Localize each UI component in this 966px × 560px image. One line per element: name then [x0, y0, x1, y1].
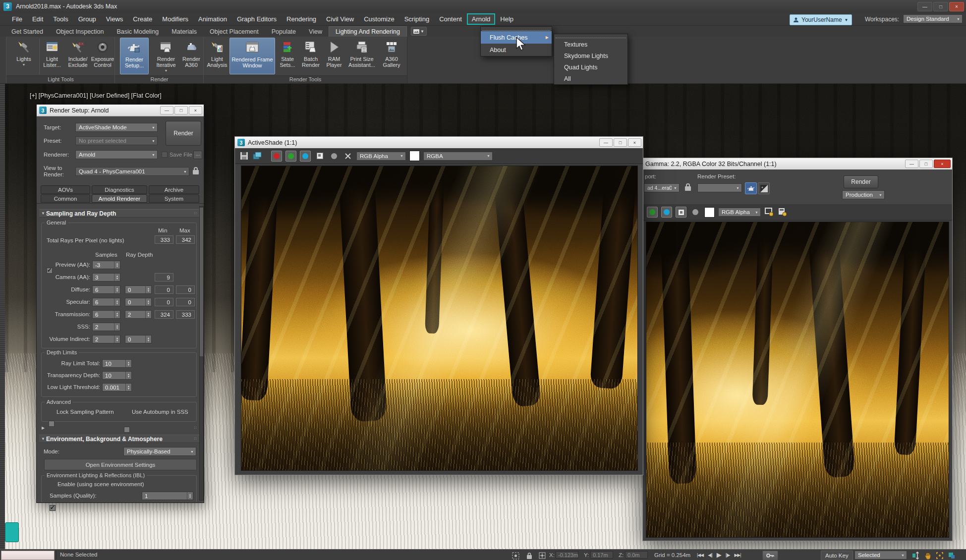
transmission-samples-spinner[interactable]: 6▲▼: [92, 310, 120, 319]
view-to-render-select[interactable]: Quad 4 - PhysCamera001▼: [75, 167, 189, 176]
ribbon-tab-object-inspection[interactable]: Object Inspection: [50, 27, 111, 37]
menu-tearoff-strip[interactable]: [482, 28, 550, 31]
ribbon-tab-basic-modeling[interactable]: Basic Modeling: [111, 27, 166, 37]
minimize-icon[interactable]: —: [917, 2, 932, 11]
maximize-icon[interactable]: □: [933, 2, 948, 11]
submenu-item-all[interactable]: All: [554, 73, 627, 84]
menu-arnold[interactable]: Arnold: [467, 13, 496, 25]
transmission-depth-spinner[interactable]: 2▲▼: [125, 310, 152, 319]
zoom-icon[interactable]: [911, 551, 921, 560]
autobump-checkbox[interactable]: [124, 427, 130, 433]
monochrome-button[interactable]: [690, 207, 701, 218]
menu-scripting[interactable]: Scripting: [399, 13, 435, 25]
save-image-icon[interactable]: [778, 207, 788, 217]
ribbon-tab-lighting-rendering[interactable]: Lighting And Rendering: [329, 26, 407, 37]
volume-indirect-depth-spinner[interactable]: 0▲▼: [125, 335, 152, 343]
menu-tearoff-strip[interactable]: [556, 35, 626, 38]
isolate-selection-icon[interactable]: [511, 551, 520, 560]
go-to-end-button[interactable]: ▶▶|: [734, 553, 740, 558]
ribbon-display-toggle[interactable]: ▼: [411, 27, 427, 36]
clone-window-icon[interactable]: [764, 207, 774, 217]
low-light-threshold-spinner[interactable]: 0.001▲▼: [102, 383, 132, 392]
menu-rendering[interactable]: Rendering: [282, 13, 321, 25]
render-setup-button[interactable]: Render Setup...: [120, 38, 149, 74]
render-preset-select[interactable]: ▼: [697, 183, 742, 192]
menu-views[interactable]: Views: [101, 13, 128, 25]
play-button[interactable]: ▶: [717, 551, 721, 559]
specular-depth-spinner[interactable]: 0▲▼: [125, 298, 152, 306]
menu-edit[interactable]: Edit: [27, 13, 48, 25]
background-color-swatch[interactable]: [704, 207, 715, 218]
go-to-start-button[interactable]: |◀◀: [697, 553, 703, 558]
maximize-viewport-icon[interactable]: [947, 551, 957, 560]
save-image-icon[interactable]: [239, 151, 249, 161]
rfw-render-button[interactable]: Render: [844, 175, 878, 188]
rendered-frame-image[interactable]: [646, 222, 949, 538]
environment-section-header[interactable]: ▼ Environment, Background & Atmosphere ∷: [39, 435, 199, 443]
selection-lock-icon[interactable]: [524, 551, 534, 560]
menu-help[interactable]: Help: [495, 13, 518, 25]
sss-samples-spinner[interactable]: 2▲▼: [92, 323, 120, 331]
preset-select[interactable]: No preset selected▼: [75, 136, 158, 145]
y-coordinate-field[interactable]: 0.17m: [590, 551, 613, 559]
volume-indirect-samples-spinner[interactable]: 2▲▼: [92, 335, 120, 343]
alpha-channel-button[interactable]: [676, 207, 686, 218]
previous-frame-button[interactable]: ◀||: [708, 553, 712, 558]
render-setup-titlebar[interactable]: 3 Render Setup: Arnold — □ ×: [37, 105, 204, 116]
mode-select[interactable]: Physically-Based▼: [123, 447, 196, 456]
target-select[interactable]: ActiveShade Mode▼: [75, 123, 158, 132]
transparency-depth-spinner[interactable]: 10▲▼: [102, 371, 132, 380]
key-filter-select[interactable]: Selected▼: [854, 551, 907, 560]
ibl-samples-spinner[interactable]: 1▲▼: [142, 492, 193, 500]
light-analysis-button[interactable]: Light Analysis: [207, 38, 227, 74]
minimize-icon[interactable]: —: [160, 106, 173, 114]
lights-button[interactable]: Lights ▼: [10, 38, 37, 74]
lock-view-icon[interactable]: [684, 182, 691, 193]
menu-create[interactable]: Create: [128, 13, 157, 25]
tab-diagnostics[interactable]: Diagnostics: [92, 185, 147, 194]
user-account-button[interactable]: YourUserName ▼: [790, 14, 852, 25]
menu-graph-editors[interactable]: Graph Editors: [232, 13, 282, 25]
preview-aa-checkbox[interactable]: [47, 268, 53, 274]
ribbon-tab-view[interactable]: View: [302, 27, 329, 37]
lock-view-icon[interactable]: [192, 167, 199, 176]
viewport-label[interactable]: [+] [PhysCamera001] [User Defined] [Flat…: [30, 92, 162, 99]
menu-modifiers[interactable]: Modifiers: [157, 13, 193, 25]
specular-samples-spinner[interactable]: 6▲▼: [92, 298, 120, 306]
renderer-select[interactable]: Arnold▼: [75, 150, 158, 159]
activeshade-channel-select[interactable]: RGB Alpha▼: [356, 152, 406, 161]
state-sets-button[interactable]: State Sets...: [277, 38, 298, 74]
camera-aa-samples-spinner[interactable]: 3▲▼: [92, 273, 120, 281]
open-environment-settings-button[interactable]: Open Environment Settings: [44, 459, 197, 470]
close-icon[interactable]: ×: [949, 2, 964, 11]
menu-civil-view[interactable]: Civil View: [321, 13, 359, 25]
rfw-channel-select[interactable]: RGB Alpha▼: [718, 208, 761, 217]
clone-window-icon[interactable]: [252, 151, 262, 161]
tab-arnold-renderer[interactable]: Arnold Renderer: [92, 194, 147, 203]
lock-sampling-checkbox[interactable]: [49, 421, 55, 427]
ram-player-button[interactable]: RAM Player: [324, 38, 344, 74]
print-size-assistant-button[interactable]: Print Size Assistant...: [346, 38, 377, 74]
minimize-icon[interactable]: —: [905, 160, 918, 168]
activeshade-image[interactable]: [241, 166, 638, 471]
maximize-icon[interactable]: □: [919, 160, 933, 168]
alpha-channel-button[interactable]: [314, 151, 325, 162]
teal-badge[interactable]: [5, 522, 19, 542]
collapsed-rollout-arrow-icon[interactable]: ▶: [42, 426, 45, 430]
render-setup-teapot-icon[interactable]: [745, 182, 757, 194]
set-key-button[interactable]: [762, 551, 778, 560]
render-iterative-button[interactable]: Render Iterative ▼: [153, 38, 179, 74]
ribbon-tab-materials[interactable]: Materials: [165, 27, 203, 37]
auto-key-button[interactable]: Auto Key: [821, 551, 853, 560]
blue-channel-button[interactable]: [300, 151, 311, 162]
maxscript-mini-listener[interactable]: [1, 551, 55, 560]
gamma-adjust-icon[interactable]: +: [758, 182, 770, 194]
green-channel-button[interactable]: [647, 207, 658, 218]
close-icon[interactable]: ×: [934, 160, 951, 168]
ribbon-tab-get-started[interactable]: Get Started: [5, 27, 50, 37]
minimize-icon[interactable]: —: [599, 138, 613, 147]
batch-render-button[interactable]: Batch Render: [300, 38, 322, 74]
menu-tools[interactable]: Tools: [48, 13, 73, 25]
sampling-section-header[interactable]: ▼ Sampling and Ray Depth ∷: [39, 209, 199, 218]
transform-type-in-icon[interactable]: [537, 551, 547, 560]
